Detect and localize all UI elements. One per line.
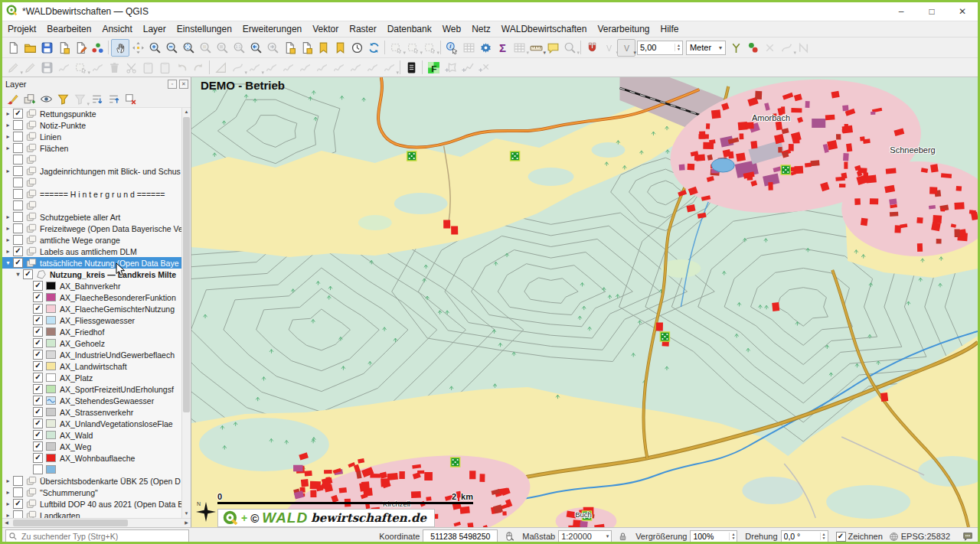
- zoom-last-button[interactable]: [247, 40, 264, 56]
- pan-map-button[interactable]: [111, 39, 129, 57]
- expander-icon[interactable]: ▸: [4, 122, 12, 129]
- expander-icon[interactable]: ▸: [4, 477, 12, 484]
- layer-checkbox[interactable]: ✓: [33, 292, 43, 302]
- layer-checkbox[interactable]: ✓: [13, 246, 23, 256]
- expander-icon[interactable]: ▸: [4, 110, 12, 117]
- lock-scale-icon[interactable]: [618, 532, 628, 542]
- remove-layer-button[interactable]: [122, 91, 139, 107]
- layer-item-21[interactable]: ✓AX_IndustrieUndGewerbeflaech: [2, 349, 182, 360]
- refresh-map-button[interactable]: [365, 40, 382, 56]
- layer-checkbox[interactable]: [13, 189, 23, 199]
- maximize-button[interactable]: □: [916, 2, 947, 21]
- new-3d-map-view-button[interactable]: [298, 40, 315, 56]
- render-checkbox[interactable]: ✓: [836, 532, 846, 542]
- layer-checkbox[interactable]: ✓: [23, 269, 33, 279]
- layer-checkbox[interactable]: ✓: [33, 430, 43, 440]
- show-layout-manager-button[interactable]: [72, 40, 89, 56]
- layer-item-24[interactable]: ✓AX_SportFreizeitUndErholungsf: [2, 383, 182, 395]
- layer-item-29[interactable]: ✓AX_Weg: [2, 441, 182, 452]
- new-project-button[interactable]: [5, 40, 21, 56]
- layer-item-18[interactable]: ✓AX_Fliessgewaesser: [2, 314, 182, 326]
- topological-editing-button[interactable]: [727, 40, 744, 56]
- measure-button[interactable]: [528, 40, 544, 56]
- layer-item-22[interactable]: ✓AX_Landwirtschaft: [2, 360, 182, 372]
- menu-ansicht[interactable]: Ansicht: [96, 23, 137, 35]
- new-print-layout-button[interactable]: [55, 40, 72, 56]
- layer-item-6[interactable]: [2, 177, 182, 188]
- snap-type-button[interactable]: V: [617, 39, 635, 57]
- layer-item-33[interactable]: ▸"Schummerung": [2, 487, 182, 498]
- panel-float-button[interactable]: ▫: [168, 80, 177, 89]
- search-input[interactable]: [20, 531, 186, 542]
- layer-item-0[interactable]: ▸✓Rettungspunkte: [2, 108, 182, 119]
- menu-hilfe[interactable]: Hilfe: [655, 23, 684, 35]
- layer-item-14[interactable]: ▾✓Nutzung_kreis — Landkreis Milte: [2, 269, 182, 280]
- layer-checkbox[interactable]: ✓: [33, 453, 43, 463]
- layer-item-25[interactable]: ✓AX_StehendesGewaesser: [2, 395, 182, 406]
- expand-all-button[interactable]: [88, 91, 105, 107]
- expander-icon[interactable]: ▸: [4, 145, 12, 151]
- menu-raster[interactable]: Raster: [344, 23, 381, 35]
- wald-forest-tool-button[interactable]: F: [425, 60, 442, 76]
- layer-checkbox[interactable]: ✓: [13, 109, 23, 119]
- snap-unit-combo[interactable]: Meter▾: [686, 41, 726, 55]
- show-bookmarks-button[interactable]: [332, 40, 348, 56]
- layer-item-10[interactable]: ▸Freizeitwege (Open Data Bayerische Ve: [2, 223, 182, 234]
- layer-checkbox[interactable]: [13, 166, 23, 176]
- expander-icon[interactable]: ▸: [4, 133, 12, 140]
- layer-item-30[interactable]: ✓AX_Wohnbauflaeche: [2, 452, 182, 464]
- layer-item-31[interactable]: [2, 464, 182, 475]
- menu-projekt[interactable]: Projekt: [2, 23, 41, 35]
- new-spatial-bookmark-button[interactable]: [315, 40, 332, 56]
- snap-tolerance-spin[interactable]: ▲▼: [637, 41, 683, 55]
- layer-item-27[interactable]: ✓AX_UnlandVegetationsloseFlae: [2, 418, 182, 429]
- minimize-button[interactable]: –: [886, 2, 916, 21]
- collapse-all-button[interactable]: [105, 91, 122, 107]
- layer-checkbox[interactable]: ✓: [33, 304, 43, 314]
- layer-item-28[interactable]: ✓AX_Wald: [2, 429, 182, 441]
- layer-item-12[interactable]: ▸✓Labels aus amtlichem DLM: [2, 246, 182, 257]
- layer-checkbox[interactable]: ✓: [33, 441, 43, 451]
- layer-tree-vscrollbar[interactable]: ▲ ▼: [181, 108, 191, 518]
- layer-checkbox[interactable]: ✓: [13, 499, 23, 509]
- new-map-view-button[interactable]: [281, 40, 298, 56]
- snapping-toggle-button[interactable]: [583, 40, 600, 56]
- layer-item-13[interactable]: ▾✓tatsächliche Nutzung (Open Data Baye: [2, 257, 182, 269]
- identify-features-button[interactable]: i: [443, 40, 460, 56]
- layer-checkbox[interactable]: [13, 120, 23, 130]
- layer-checkbox[interactable]: ✓: [33, 419, 43, 428]
- locator-search[interactable]: [5, 529, 189, 543]
- expander-icon[interactable]: ▸: [4, 236, 12, 243]
- map-canvas[interactable]: DEMO - Betrieb AmorbachSchneebergKirchze…: [191, 77, 978, 527]
- layer-item-17[interactable]: ✓AX_FlaecheGemischterNutzung: [2, 303, 182, 314]
- scale-combo[interactable]: 1:20000▾: [558, 530, 612, 543]
- expander-icon[interactable]: ▸: [4, 489, 12, 496]
- expander-icon[interactable]: ▾: [14, 271, 22, 278]
- menu-erweiterungen[interactable]: Erweiterungen: [237, 23, 307, 35]
- layer-tree-hscrollbar[interactable]: ◀▶: [2, 518, 191, 527]
- pan-to-selection-button[interactable]: [129, 40, 146, 56]
- layer-checkbox[interactable]: [13, 178, 23, 187]
- layer-checkbox[interactable]: ✓: [33, 338, 43, 348]
- layer-checkbox[interactable]: ✓: [33, 281, 43, 291]
- layer-checkbox[interactable]: [13, 510, 23, 518]
- layer-item-35[interactable]: ▸Landkarten: [2, 510, 182, 518]
- menu-datenbank[interactable]: Datenbank: [382, 23, 437, 35]
- manage-map-themes-button[interactable]: [38, 91, 54, 107]
- expander-icon[interactable]: ▸: [4, 225, 12, 232]
- coordinate-input[interactable]: [423, 529, 498, 544]
- layer-checkbox[interactable]: [33, 464, 43, 474]
- layer-checkbox[interactable]: ✓: [33, 373, 43, 383]
- layer-checkbox[interactable]: ✓: [33, 407, 43, 417]
- layer-checkbox[interactable]: [13, 132, 23, 142]
- map-tips-button[interactable]: [544, 40, 561, 56]
- layer-item-8[interactable]: [2, 200, 182, 211]
- crs-globe-icon[interactable]: [889, 532, 899, 542]
- layer-item-11[interactable]: ▸amtliche Wege orange: [2, 234, 182, 246]
- notes-tool-button[interactable]: [403, 60, 420, 76]
- open-project-button[interactable]: [21, 40, 38, 56]
- expander-icon[interactable]: ▾: [4, 259, 12, 266]
- layer-checkbox[interactable]: [13, 155, 23, 165]
- layer-checkbox[interactable]: [13, 200, 23, 210]
- expander-icon[interactable]: ▸: [4, 248, 12, 255]
